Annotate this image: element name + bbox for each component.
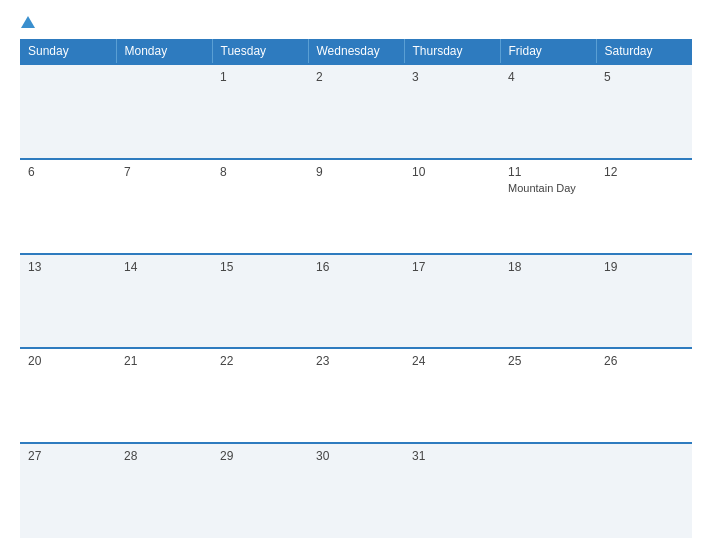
calendar-week-1: 12345 <box>20 64 692 159</box>
calendar-header <box>20 16 692 29</box>
calendar-cell: 2 <box>308 64 404 159</box>
calendar-cell: 22 <box>212 348 308 443</box>
day-number: 12 <box>604 165 617 179</box>
calendar-cell <box>596 443 692 538</box>
calendar-cell: 6 <box>20 159 116 254</box>
day-number: 6 <box>28 165 35 179</box>
day-number: 5 <box>604 70 611 84</box>
calendar-cell: 5 <box>596 64 692 159</box>
day-number: 28 <box>124 449 137 463</box>
day-number: 7 <box>124 165 131 179</box>
calendar-cell: 9 <box>308 159 404 254</box>
calendar-cell: 12 <box>596 159 692 254</box>
calendar-header-row: SundayMondayTuesdayWednesdayThursdayFrid… <box>20 39 692 64</box>
day-number: 20 <box>28 354 41 368</box>
day-number: 9 <box>316 165 323 179</box>
calendar-cell: 4 <box>500 64 596 159</box>
day-number: 2 <box>316 70 323 84</box>
day-number: 3 <box>412 70 419 84</box>
day-number: 13 <box>28 260 41 274</box>
day-number: 10 <box>412 165 425 179</box>
calendar-cell: 3 <box>404 64 500 159</box>
weekday-header-sunday: Sunday <box>20 39 116 64</box>
calendar-cell: 18 <box>500 254 596 349</box>
calendar-week-4: 20212223242526 <box>20 348 692 443</box>
calendar-cell: 25 <box>500 348 596 443</box>
calendar-cell: 19 <box>596 254 692 349</box>
day-number: 11 <box>508 165 521 179</box>
day-number: 21 <box>124 354 137 368</box>
calendar-cell: 10 <box>404 159 500 254</box>
calendar-cell: 13 <box>20 254 116 349</box>
calendar-cell: 15 <box>212 254 308 349</box>
calendar-cell <box>116 64 212 159</box>
weekday-header-thursday: Thursday <box>404 39 500 64</box>
logo-triangle-icon <box>21 16 35 28</box>
calendar-cell: 24 <box>404 348 500 443</box>
weekday-header-friday: Friday <box>500 39 596 64</box>
calendar-cell: 29 <box>212 443 308 538</box>
calendar-table: SundayMondayTuesdayWednesdayThursdayFrid… <box>20 39 692 538</box>
day-number: 23 <box>316 354 329 368</box>
day-number: 27 <box>28 449 41 463</box>
day-number: 25 <box>508 354 521 368</box>
day-number: 29 <box>220 449 233 463</box>
calendar-cell <box>500 443 596 538</box>
day-number: 24 <box>412 354 425 368</box>
calendar-week-3: 13141516171819 <box>20 254 692 349</box>
calendar-cell: 23 <box>308 348 404 443</box>
day-number: 8 <box>220 165 227 179</box>
day-number: 30 <box>316 449 329 463</box>
calendar-cell: 21 <box>116 348 212 443</box>
day-number: 18 <box>508 260 521 274</box>
day-number: 14 <box>124 260 137 274</box>
day-number: 4 <box>508 70 515 84</box>
calendar-cell: 11Mountain Day <box>500 159 596 254</box>
calendar-cell: 28 <box>116 443 212 538</box>
calendar-cell: 31 <box>404 443 500 538</box>
weekday-header-saturday: Saturday <box>596 39 692 64</box>
logo <box>20 16 35 29</box>
calendar-cell: 1 <box>212 64 308 159</box>
calendar-cell: 16 <box>308 254 404 349</box>
calendar-cell: 27 <box>20 443 116 538</box>
calendar-week-5: 2728293031 <box>20 443 692 538</box>
weekday-header-tuesday: Tuesday <box>212 39 308 64</box>
calendar-cell: 17 <box>404 254 500 349</box>
day-number: 15 <box>220 260 233 274</box>
calendar-week-2: 67891011Mountain Day12 <box>20 159 692 254</box>
day-number: 1 <box>220 70 227 84</box>
day-number: 31 <box>412 449 425 463</box>
calendar-cell: 20 <box>20 348 116 443</box>
day-number: 22 <box>220 354 233 368</box>
calendar-cell: 26 <box>596 348 692 443</box>
calendar-cell: 30 <box>308 443 404 538</box>
holiday-label: Mountain Day <box>508 182 588 194</box>
day-number: 16 <box>316 260 329 274</box>
calendar-page: SundayMondayTuesdayWednesdayThursdayFrid… <box>0 0 712 550</box>
calendar-cell: 7 <box>116 159 212 254</box>
calendar-cell: 8 <box>212 159 308 254</box>
weekday-header-monday: Monday <box>116 39 212 64</box>
weekday-header-wednesday: Wednesday <box>308 39 404 64</box>
day-number: 17 <box>412 260 425 274</box>
calendar-cell: 14 <box>116 254 212 349</box>
day-number: 26 <box>604 354 617 368</box>
day-number: 19 <box>604 260 617 274</box>
calendar-cell <box>20 64 116 159</box>
